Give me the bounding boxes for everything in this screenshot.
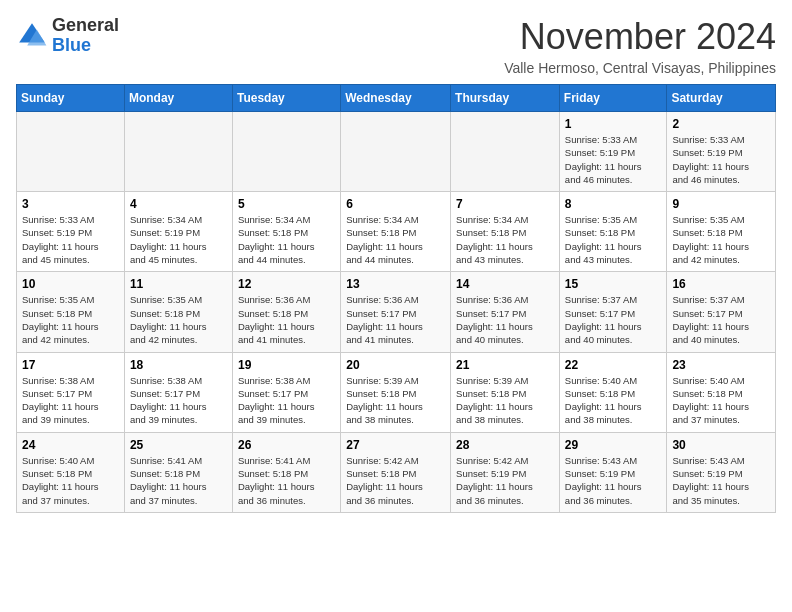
day-info: Sunrise: 5:40 AM Sunset: 5:18 PM Dayligh…	[672, 374, 770, 427]
month-title: November 2024	[504, 16, 776, 58]
day-number: 1	[565, 117, 662, 131]
day-info: Sunrise: 5:37 AM Sunset: 5:17 PM Dayligh…	[565, 293, 662, 346]
col-header-sunday: Sunday	[17, 85, 125, 112]
calendar-cell: 28Sunrise: 5:42 AM Sunset: 5:19 PM Dayli…	[451, 432, 560, 512]
calendar-cell: 15Sunrise: 5:37 AM Sunset: 5:17 PM Dayli…	[559, 272, 667, 352]
calendar-cell	[124, 112, 232, 192]
day-info: Sunrise: 5:42 AM Sunset: 5:18 PM Dayligh…	[346, 454, 445, 507]
day-info: Sunrise: 5:43 AM Sunset: 5:19 PM Dayligh…	[672, 454, 770, 507]
calendar-cell: 23Sunrise: 5:40 AM Sunset: 5:18 PM Dayli…	[667, 352, 776, 432]
col-header-thursday: Thursday	[451, 85, 560, 112]
calendar-cell: 13Sunrise: 5:36 AM Sunset: 5:17 PM Dayli…	[341, 272, 451, 352]
calendar-table: SundayMondayTuesdayWednesdayThursdayFrid…	[16, 84, 776, 513]
col-header-wednesday: Wednesday	[341, 85, 451, 112]
day-number: 6	[346, 197, 445, 211]
calendar-cell: 30Sunrise: 5:43 AM Sunset: 5:19 PM Dayli…	[667, 432, 776, 512]
day-info: Sunrise: 5:43 AM Sunset: 5:19 PM Dayligh…	[565, 454, 662, 507]
day-number: 5	[238, 197, 335, 211]
calendar-cell: 12Sunrise: 5:36 AM Sunset: 5:18 PM Dayli…	[232, 272, 340, 352]
day-info: Sunrise: 5:35 AM Sunset: 5:18 PM Dayligh…	[672, 213, 770, 266]
logo: General Blue	[16, 16, 119, 56]
calendar-cell: 24Sunrise: 5:40 AM Sunset: 5:18 PM Dayli…	[17, 432, 125, 512]
day-number: 29	[565, 438, 662, 452]
logo-general-text: General	[52, 15, 119, 35]
day-info: Sunrise: 5:36 AM Sunset: 5:17 PM Dayligh…	[456, 293, 554, 346]
week-row-2: 3Sunrise: 5:33 AM Sunset: 5:19 PM Daylig…	[17, 192, 776, 272]
calendar-cell: 5Sunrise: 5:34 AM Sunset: 5:18 PM Daylig…	[232, 192, 340, 272]
day-info: Sunrise: 5:40 AM Sunset: 5:18 PM Dayligh…	[565, 374, 662, 427]
calendar-cell: 20Sunrise: 5:39 AM Sunset: 5:18 PM Dayli…	[341, 352, 451, 432]
day-info: Sunrise: 5:38 AM Sunset: 5:17 PM Dayligh…	[22, 374, 119, 427]
day-info: Sunrise: 5:35 AM Sunset: 5:18 PM Dayligh…	[565, 213, 662, 266]
day-info: Sunrise: 5:35 AM Sunset: 5:18 PM Dayligh…	[130, 293, 227, 346]
calendar-cell: 27Sunrise: 5:42 AM Sunset: 5:18 PM Dayli…	[341, 432, 451, 512]
calendar-cell: 4Sunrise: 5:34 AM Sunset: 5:19 PM Daylig…	[124, 192, 232, 272]
day-info: Sunrise: 5:33 AM Sunset: 5:19 PM Dayligh…	[565, 133, 662, 186]
day-number: 18	[130, 358, 227, 372]
day-info: Sunrise: 5:34 AM Sunset: 5:19 PM Dayligh…	[130, 213, 227, 266]
day-number: 7	[456, 197, 554, 211]
day-info: Sunrise: 5:34 AM Sunset: 5:18 PM Dayligh…	[346, 213, 445, 266]
day-number: 25	[130, 438, 227, 452]
calendar-cell: 18Sunrise: 5:38 AM Sunset: 5:17 PM Dayli…	[124, 352, 232, 432]
calendar-cell: 7Sunrise: 5:34 AM Sunset: 5:18 PM Daylig…	[451, 192, 560, 272]
day-number: 16	[672, 277, 770, 291]
col-header-friday: Friday	[559, 85, 667, 112]
calendar-cell: 10Sunrise: 5:35 AM Sunset: 5:18 PM Dayli…	[17, 272, 125, 352]
day-info: Sunrise: 5:33 AM Sunset: 5:19 PM Dayligh…	[672, 133, 770, 186]
day-info: Sunrise: 5:37 AM Sunset: 5:17 PM Dayligh…	[672, 293, 770, 346]
col-header-monday: Monday	[124, 85, 232, 112]
day-info: Sunrise: 5:33 AM Sunset: 5:19 PM Dayligh…	[22, 213, 119, 266]
calendar-cell: 22Sunrise: 5:40 AM Sunset: 5:18 PM Dayli…	[559, 352, 667, 432]
day-number: 19	[238, 358, 335, 372]
day-info: Sunrise: 5:38 AM Sunset: 5:17 PM Dayligh…	[130, 374, 227, 427]
week-row-1: 1Sunrise: 5:33 AM Sunset: 5:19 PM Daylig…	[17, 112, 776, 192]
day-info: Sunrise: 5:34 AM Sunset: 5:18 PM Dayligh…	[238, 213, 335, 266]
calendar-cell: 26Sunrise: 5:41 AM Sunset: 5:18 PM Dayli…	[232, 432, 340, 512]
col-header-saturday: Saturday	[667, 85, 776, 112]
calendar-cell: 25Sunrise: 5:41 AM Sunset: 5:18 PM Dayli…	[124, 432, 232, 512]
day-number: 27	[346, 438, 445, 452]
day-info: Sunrise: 5:36 AM Sunset: 5:18 PM Dayligh…	[238, 293, 335, 346]
week-row-3: 10Sunrise: 5:35 AM Sunset: 5:18 PM Dayli…	[17, 272, 776, 352]
calendar-cell	[341, 112, 451, 192]
title-block: November 2024 Valle Hermoso, Central Vis…	[504, 16, 776, 76]
calendar-cell: 17Sunrise: 5:38 AM Sunset: 5:17 PM Dayli…	[17, 352, 125, 432]
day-info: Sunrise: 5:38 AM Sunset: 5:17 PM Dayligh…	[238, 374, 335, 427]
day-info: Sunrise: 5:39 AM Sunset: 5:18 PM Dayligh…	[456, 374, 554, 427]
calendar-cell: 11Sunrise: 5:35 AM Sunset: 5:18 PM Dayli…	[124, 272, 232, 352]
day-number: 15	[565, 277, 662, 291]
day-number: 22	[565, 358, 662, 372]
logo-icon	[16, 20, 48, 52]
calendar-cell: 1Sunrise: 5:33 AM Sunset: 5:19 PM Daylig…	[559, 112, 667, 192]
day-number: 23	[672, 358, 770, 372]
calendar-cell: 6Sunrise: 5:34 AM Sunset: 5:18 PM Daylig…	[341, 192, 451, 272]
calendar-cell: 3Sunrise: 5:33 AM Sunset: 5:19 PM Daylig…	[17, 192, 125, 272]
calendar-cell: 14Sunrise: 5:36 AM Sunset: 5:17 PM Dayli…	[451, 272, 560, 352]
day-number: 4	[130, 197, 227, 211]
day-number: 13	[346, 277, 445, 291]
day-number: 14	[456, 277, 554, 291]
day-info: Sunrise: 5:39 AM Sunset: 5:18 PM Dayligh…	[346, 374, 445, 427]
day-number: 24	[22, 438, 119, 452]
calendar-cell	[232, 112, 340, 192]
calendar-cell: 21Sunrise: 5:39 AM Sunset: 5:18 PM Dayli…	[451, 352, 560, 432]
calendar-cell: 19Sunrise: 5:38 AM Sunset: 5:17 PM Dayli…	[232, 352, 340, 432]
day-info: Sunrise: 5:34 AM Sunset: 5:18 PM Dayligh…	[456, 213, 554, 266]
calendar-cell: 16Sunrise: 5:37 AM Sunset: 5:17 PM Dayli…	[667, 272, 776, 352]
day-number: 9	[672, 197, 770, 211]
day-info: Sunrise: 5:40 AM Sunset: 5:18 PM Dayligh…	[22, 454, 119, 507]
page-header: General Blue November 2024 Valle Hermoso…	[16, 16, 776, 76]
day-number: 11	[130, 277, 227, 291]
day-info: Sunrise: 5:42 AM Sunset: 5:19 PM Dayligh…	[456, 454, 554, 507]
day-number: 12	[238, 277, 335, 291]
day-number: 3	[22, 197, 119, 211]
calendar-cell: 9Sunrise: 5:35 AM Sunset: 5:18 PM Daylig…	[667, 192, 776, 272]
day-number: 17	[22, 358, 119, 372]
calendar-cell: 29Sunrise: 5:43 AM Sunset: 5:19 PM Dayli…	[559, 432, 667, 512]
calendar-cell: 8Sunrise: 5:35 AM Sunset: 5:18 PM Daylig…	[559, 192, 667, 272]
week-row-4: 17Sunrise: 5:38 AM Sunset: 5:17 PM Dayli…	[17, 352, 776, 432]
day-info: Sunrise: 5:36 AM Sunset: 5:17 PM Dayligh…	[346, 293, 445, 346]
day-number: 8	[565, 197, 662, 211]
day-number: 20	[346, 358, 445, 372]
